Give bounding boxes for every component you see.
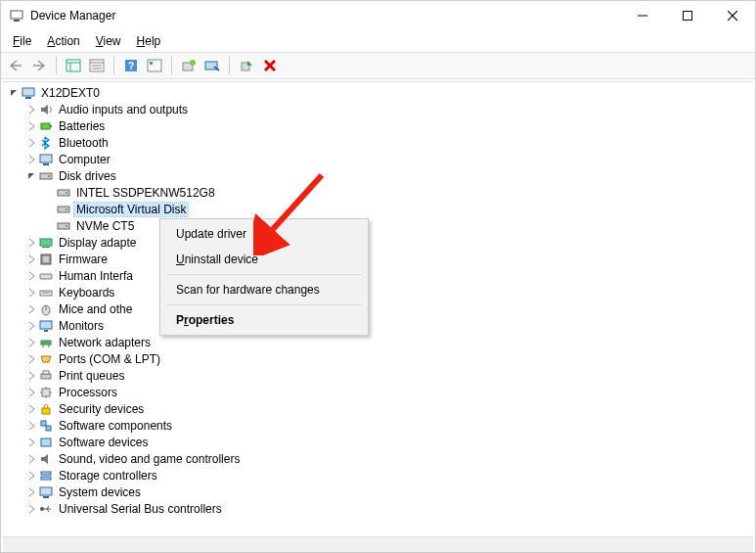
expand-icon[interactable] bbox=[24, 469, 38, 483]
svg-rect-16 bbox=[150, 62, 153, 65]
category-label: Audio inputs and outputs bbox=[57, 103, 190, 116]
svg-rect-63 bbox=[41, 477, 51, 480]
category-ports[interactable]: Ports (COM & LPT) bbox=[24, 350, 753, 367]
svg-point-18 bbox=[190, 60, 196, 66]
bluetooth-icon bbox=[38, 135, 54, 151]
category-label: Display adapte bbox=[57, 236, 138, 250]
svg-rect-37 bbox=[40, 239, 52, 246]
expand-icon[interactable] bbox=[24, 253, 38, 266]
category-software-devices[interactable]: Software devices bbox=[24, 434, 753, 450]
action-button[interactable] bbox=[144, 55, 165, 76]
category-computer[interactable]: Computer bbox=[24, 151, 753, 167]
category-print-queues[interactable]: Print queues bbox=[24, 367, 753, 384]
category-software-components[interactable]: Software components bbox=[24, 417, 753, 434]
title-bar: Device Manager bbox=[1, 1, 755, 30]
category-processors[interactable]: Processors bbox=[24, 384, 753, 400]
menu-help[interactable]: Help bbox=[129, 32, 169, 50]
menu-view[interactable]: View bbox=[88, 32, 129, 50]
category-firmware[interactable]: Firmware bbox=[24, 251, 753, 267]
svg-rect-40 bbox=[43, 256, 49, 262]
expand-icon[interactable] bbox=[24, 269, 38, 283]
disk-icon bbox=[56, 202, 71, 217]
enable-device-button[interactable] bbox=[236, 55, 257, 76]
svg-point-32 bbox=[66, 192, 67, 194]
device-ms-virtual-disk[interactable]: Microsoft Virtual Disk bbox=[42, 201, 753, 217]
category-label: Sound, video and game controllers bbox=[57, 452, 242, 466]
forward-button[interactable] bbox=[28, 55, 50, 76]
menu-action[interactable]: Action bbox=[39, 32, 87, 50]
category-keyboards[interactable]: Keyboards bbox=[24, 284, 753, 300]
window-title: Device Manager bbox=[30, 9, 115, 23]
expand-icon[interactable] bbox=[24, 419, 38, 433]
device-tree: X12DEXT0 Audio inputs and outputs Batter… bbox=[3, 82, 753, 519]
ctx-scan-hardware[interactable]: Scan for hardware changes bbox=[162, 277, 366, 302]
category-label: Bluetooth bbox=[57, 136, 111, 150]
expand-icon[interactable] bbox=[24, 502, 38, 516]
category-mice[interactable]: Mice and othe bbox=[24, 300, 753, 317]
device-tree-panel[interactable]: X12DEXT0 Audio inputs and outputs Batter… bbox=[3, 81, 753, 534]
close-button[interactable] bbox=[710, 1, 755, 30]
toolbar: ? bbox=[1, 52, 755, 79]
category-label: Human Interfa bbox=[57, 269, 135, 283]
back-button[interactable] bbox=[5, 55, 26, 76]
svg-rect-46 bbox=[40, 321, 52, 329]
svg-rect-41 bbox=[40, 274, 52, 279]
help-button[interactable]: ? bbox=[120, 55, 142, 76]
port-icon bbox=[38, 351, 54, 367]
category-disk-drives[interactable]: Disk drives bbox=[24, 167, 753, 184]
category-display-adapters[interactable]: Display adapte bbox=[24, 234, 753, 251]
expand-icon[interactable] bbox=[24, 302, 38, 316]
expand-icon[interactable] bbox=[24, 336, 38, 349]
category-network[interactable]: Network adapters bbox=[24, 334, 753, 350]
expand-icon[interactable] bbox=[24, 369, 38, 383]
category-hid[interactable]: Human Interfa bbox=[24, 267, 753, 284]
collapse-icon[interactable] bbox=[7, 86, 21, 100]
expand-icon[interactable] bbox=[24, 136, 38, 150]
update-driver-button[interactable] bbox=[178, 55, 200, 76]
expand-icon[interactable] bbox=[24, 352, 38, 366]
display-icon bbox=[38, 235, 54, 251]
usb-icon bbox=[38, 501, 54, 517]
expand-icon[interactable] bbox=[24, 236, 38, 250]
firmware-icon bbox=[38, 252, 54, 267]
ctx-properties[interactable]: Properties bbox=[162, 307, 366, 333]
expand-icon[interactable] bbox=[24, 402, 38, 416]
expand-icon[interactable] bbox=[24, 119, 38, 133]
collapse-icon[interactable] bbox=[24, 169, 38, 183]
category-sound-video-game[interactable]: Sound, video and game controllers bbox=[24, 450, 753, 467]
category-monitors[interactable]: Monitors bbox=[24, 317, 753, 334]
expand-icon[interactable] bbox=[24, 103, 38, 116]
category-label: Universal Serial Bus controllers bbox=[57, 502, 224, 516]
expand-icon[interactable] bbox=[24, 386, 38, 399]
expand-icon[interactable] bbox=[24, 436, 38, 449]
disk-icon bbox=[56, 185, 71, 201]
monitor-icon bbox=[38, 318, 54, 334]
expand-icon[interactable] bbox=[24, 452, 38, 466]
expand-icon[interactable] bbox=[24, 319, 38, 333]
device-nvme-ct5[interactable]: NVMe CT5 bbox=[42, 217, 753, 234]
printer-icon bbox=[38, 368, 54, 384]
category-audio[interactable]: Audio inputs and outputs bbox=[24, 101, 753, 117]
expand-icon[interactable] bbox=[24, 485, 38, 499]
ctx-uninstall-device[interactable]: Uninstall device bbox=[162, 247, 366, 272]
show-hide-tree-button[interactable] bbox=[63, 55, 84, 76]
category-security[interactable]: Security devices bbox=[24, 400, 753, 417]
ctx-update-driver[interactable]: Update driver bbox=[162, 221, 366, 247]
category-bluetooth[interactable]: Bluetooth bbox=[24, 134, 753, 151]
category-usb-controllers[interactable]: Universal Serial Bus controllers bbox=[24, 500, 753, 517]
category-storage-controllers[interactable]: Storage controllers bbox=[24, 467, 753, 484]
expand-icon[interactable] bbox=[24, 286, 38, 300]
svg-rect-48 bbox=[41, 341, 51, 345]
tree-root[interactable]: X12DEXT0 bbox=[7, 84, 753, 101]
minimize-button[interactable] bbox=[620, 1, 665, 30]
expand-icon[interactable] bbox=[24, 153, 38, 166]
svg-rect-1 bbox=[14, 20, 20, 22]
uninstall-device-button[interactable] bbox=[259, 55, 281, 76]
menu-file[interactable]: File bbox=[5, 32, 39, 50]
properties-button[interactable] bbox=[86, 55, 108, 76]
category-system-devices[interactable]: System devices bbox=[24, 484, 753, 500]
category-batteries[interactable]: Batteries bbox=[24, 117, 753, 134]
scan-hardware-button[interactable] bbox=[201, 55, 223, 76]
device-intel-ssd[interactable]: INTEL SSDPEKNW512G8 bbox=[42, 184, 753, 201]
maximize-button[interactable] bbox=[665, 1, 710, 30]
